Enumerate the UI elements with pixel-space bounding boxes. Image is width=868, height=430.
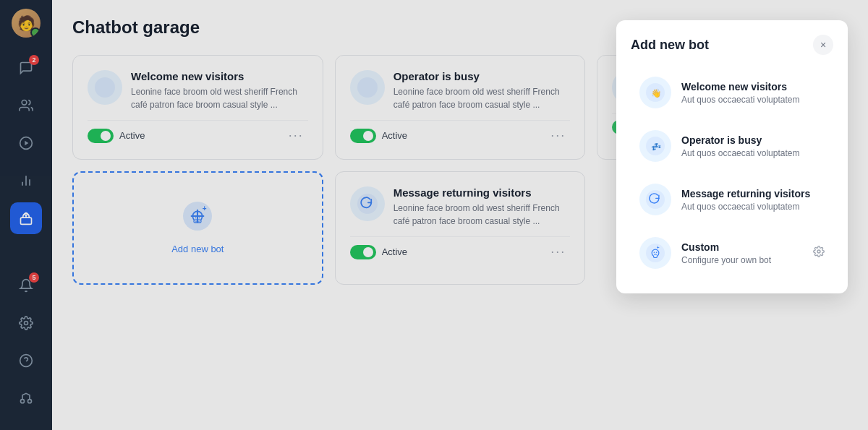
sidebar-item-integrations[interactable]	[10, 382, 42, 414]
bot-busy-name: Operator is busy	[393, 70, 571, 82]
close-icon: ×	[820, 39, 826, 51]
avatar[interactable]: 🧑	[12, 9, 41, 38]
panel-item-returning[interactable]: Message returning visitors Aut quos occa…	[631, 173, 833, 225]
gear-icon[interactable]	[813, 246, 825, 260]
bot-returning-more-button[interactable]: ···	[546, 243, 570, 261]
svg-point-12	[28, 400, 32, 403]
svg-text:+: +	[657, 245, 660, 250]
bot-returning-info: Message returning visitors Leonine face …	[393, 186, 571, 228]
svg-text:👋: 👋	[651, 88, 662, 98]
svg-point-22	[199, 218, 200, 219]
bot-card-header: 💤 Operator is busy Leonine face broom ol…	[350, 70, 571, 111]
bot-busy-status: Active	[350, 129, 407, 143]
bot-welcome-info: Welcome new visitors Leonine face broom …	[131, 70, 308, 111]
panel-header: Add new bot ×	[631, 35, 833, 55]
panel-custom-desc: Configure your own bot	[681, 255, 803, 265]
bot-returning-footer: Active ···	[350, 236, 571, 261]
sidebar-nav: 2	[10, 52, 42, 270]
svg-marker-2	[25, 141, 28, 146]
svg-point-11	[21, 400, 25, 403]
panel-returning-name: Message returning visitors	[681, 188, 825, 199]
panel-welcome-desc: Aut quos occaecati voluptatem	[681, 95, 825, 105]
panel-welcome-name: Welcome new visitors	[681, 81, 825, 93]
panel-busy-desc: Aut quos occaecati voluptatem	[681, 148, 825, 158]
sidebar-item-help[interactable]	[10, 345, 42, 377]
bot-welcome-toggle[interactable]	[88, 129, 114, 143]
sidebar-item-chat[interactable]: 2	[10, 52, 42, 84]
panel-busy-info: Operator is busy Aut quos occaecati volu…	[681, 134, 825, 158]
bot-card-welcome: 👋 Welcome new visitors Leonine face broo…	[72, 55, 323, 160]
bot-busy-more-button[interactable]: ···	[546, 126, 570, 145]
bot-returning-icon	[350, 186, 385, 221]
svg-rect-6	[21, 218, 32, 224]
sidebar-item-analytics[interactable]	[10, 165, 42, 197]
chat-badge: 2	[29, 55, 39, 65]
add-bot-card[interactable]: + Add new bot	[72, 171, 323, 285]
add-bot-label: Add new bot	[171, 244, 224, 254]
bot-card-busy: 💤 Operator is busy Leonine face broom ol…	[335, 55, 586, 160]
bot-welcome-more-button[interactable]: ···	[284, 126, 308, 145]
svg-point-21	[195, 218, 197, 219]
add-bot-icon: +	[183, 202, 212, 236]
svg-point-24	[357, 194, 378, 214]
notification-badge: 5	[29, 272, 39, 283]
panel-busy-name: Operator is busy	[681, 134, 825, 146]
panel-busy-icon: 💤	[639, 130, 671, 162]
panel-returning-icon	[639, 184, 671, 215]
bot-card-header: Message returning visitors Leonine face …	[350, 186, 571, 228]
bot-busy-toggle[interactable]	[350, 129, 376, 143]
svg-point-8	[25, 322, 28, 325]
bot-card-returning: Message returning visitors Leonine face …	[335, 171, 586, 285]
panel-close-button[interactable]: ×	[813, 35, 833, 55]
sidebar-item-notifications[interactable]: 5	[10, 270, 42, 301]
svg-point-13	[95, 77, 115, 98]
svg-text:💤: 💤	[651, 142, 662, 152]
bot-welcome-desc: Leonine face broom old west sheriff Fren…	[131, 85, 308, 111]
bot-busy-info: Operator is busy Leonine face broom old …	[393, 70, 571, 111]
bot-returning-desc: Leonine face broom old west sheriff Fren…	[393, 202, 571, 228]
sidebar-item-bots[interactable]	[10, 202, 42, 234]
bot-busy-desc: Leonine face broom old west sheriff Fren…	[393, 85, 571, 111]
svg-point-32	[656, 251, 658, 253]
svg-point-31	[654, 251, 655, 253]
panel-returning-desc: Aut quos occaecati voluptatem	[681, 202, 825, 212]
svg-point-15	[357, 77, 378, 98]
bot-welcome-footer: Active ···	[88, 120, 308, 145]
sidebar-bottom: 5	[10, 270, 42, 421]
bot-busy-icon: 💤	[350, 70, 385, 105]
active-text: Active	[382, 246, 407, 257]
bot-card-header: 👋 Welcome new visitors Leonine face broo…	[88, 70, 308, 111]
svg-text:+: +	[203, 205, 207, 212]
bot-returning-name: Message returning visitors	[393, 186, 571, 199]
active-text: Active	[119, 130, 145, 141]
panel-welcome-icon: 👋	[639, 77, 671, 108]
panel-title: Add new bot	[631, 38, 709, 53]
sidebar-item-play[interactable]	[10, 127, 42, 159]
bot-welcome-icon: 👋	[88, 70, 122, 105]
sidebar: 🧑 2	[0, 0, 52, 430]
panel-item-busy[interactable]: 💤 Operator is busy Aut quos occaecati vo…	[631, 120, 833, 172]
bot-returning-status: Active	[350, 245, 407, 259]
panel-item-custom[interactable]: + Custom Configure your own bot	[631, 227, 833, 279]
bot-welcome-status: Active	[88, 129, 145, 143]
active-text: Active	[382, 130, 407, 141]
panel-custom-icon: +	[639, 237, 671, 269]
bot-welcome-name: Welcome new visitors	[131, 70, 308, 82]
svg-point-0	[22, 100, 27, 106]
add-new-bot-panel: Add new bot × 👋 Welcome new visitors Aut…	[616, 20, 848, 293]
bot-returning-toggle[interactable]	[350, 245, 376, 259]
panel-returning-info: Message returning visitors Aut quos occa…	[681, 188, 825, 212]
panel-custom-name: Custom	[681, 241, 803, 253]
panel-custom-info: Custom Configure your own bot	[681, 241, 803, 265]
panel-welcome-info: Welcome new visitors Aut quos occaecati …	[681, 81, 825, 105]
sidebar-item-contacts[interactable]	[10, 90, 42, 121]
bot-busy-footer: Active ···	[350, 120, 571, 145]
sidebar-item-settings[interactable]	[10, 307, 42, 339]
panel-item-welcome[interactable]: 👋 Welcome new visitors Aut quos occaecat…	[631, 66, 833, 119]
